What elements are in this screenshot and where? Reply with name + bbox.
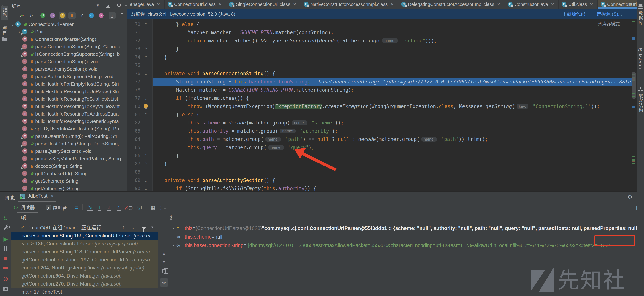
gutter-line-80[interactable]: 80 [127, 102, 152, 110]
code-line-79[interactable]: 79⌄ if (!matcher.matches()) { [127, 94, 636, 102]
gutter-line-79[interactable]: 79⌄ [127, 94, 152, 102]
line-number[interactable]: 78 [127, 87, 140, 92]
structure-item-splitByUserInfoAndHostInfo[interactable]: msplitByUserInfoAndHostInfo(String): Pa [8, 125, 127, 132]
remove-watch-icon[interactable]: — [158, 240, 170, 246]
line-number[interactable]: 70 [127, 22, 140, 27]
line-number[interactable]: 73 [127, 46, 140, 52]
structure-item-parseUserInfo[interactable]: m◆parseUserInfo(String): Pair<String, St… [8, 132, 127, 140]
debug-session-tab[interactable]: JdbcTest ✕ [20, 193, 54, 199]
evaluate-expression-icon[interactable]: ▦ [148, 204, 157, 212]
show-objects-icon[interactable]: o [88, 12, 95, 19]
tab-console[interactable]: ❯ 控制台 [42, 204, 71, 212]
screenshot-icon[interactable] [0, 286, 11, 292]
gutter-line-77[interactable]: 77 [127, 78, 152, 86]
move-watch-down-icon[interactable]: ▼ [158, 260, 170, 264]
choose-sources-link[interactable]: 选择源 (S)... [596, 10, 622, 17]
force-step-into-icon[interactable]: ↓ [105, 204, 114, 212]
code-line-85[interactable]: 85 this.query = matcher.group(name: "que… [127, 143, 636, 152]
resume-icon[interactable]: ▶ [0, 236, 11, 242]
code-line-75[interactable]: 75 [127, 61, 636, 70]
gutter-line-73[interactable]: 73⌃ [127, 45, 152, 53]
show-execution-point-icon[interactable]: ↘ [86, 204, 94, 212]
fold-marker-icon[interactable]: ⌃ [140, 161, 152, 166]
line-number[interactable]: 86 [127, 153, 140, 158]
intention-bulb-icon[interactable] [140, 104, 152, 109]
line-number[interactable]: 72 [127, 38, 140, 43]
code-line-74[interactable]: 74⌃ } [127, 53, 636, 61]
thread-selector[interactable]: ✓ "main"@1 在组 "main": 正在运行 ↑ ↓ ▾ [11, 223, 158, 232]
editor-scrollbar[interactable] [632, 8, 636, 191]
structure-item-parseConnectionString[interactable]: mparseConnectionString(): void [8, 58, 127, 65]
structure-item-parseConnectionString[interactable]: m◆parseConnectionString(String): Connec [8, 43, 127, 50]
frame-row[interactable]: getConnectionUrlInstance:197, Connection… [11, 256, 158, 264]
structure-item-parseAuthoritySegment[interactable]: mparseAuthoritySegment(String): void [8, 73, 127, 80]
line-number[interactable]: 82 [127, 120, 140, 126]
structure-item-Pair[interactable]: ›C◆Pair [8, 28, 127, 36]
line-number[interactable]: 80 [127, 104, 140, 109]
close-tab-icon[interactable]: ✕ [497, 2, 500, 7]
frame-row[interactable]: getConnection:664, DriverManager (java.s… [11, 272, 158, 280]
gutter-line-84[interactable]: 84 [127, 135, 152, 143]
code-line-89[interactable]: 89⌄ private void parseAuthoritySection()… [127, 176, 636, 184]
gutter-line-87[interactable]: 87⌃ [127, 160, 152, 168]
tab-constructor-java[interactable]: CConstructor.java✕ [505, 0, 559, 8]
code-line-87[interactable]: 87⌃ } [127, 160, 636, 168]
sidebar-item-structure[interactable]: 结构 [1, 6, 8, 20]
tab-anager-java[interactable]: anager.java✕ [127, 0, 164, 8]
sort-alphabetically-icon[interactable]: ↓ᵃ₂ [28, 12, 35, 19]
filter-frames-icon[interactable] [142, 225, 146, 231]
sidebar-item-project[interactable]: 项目 [1, 26, 8, 41]
line-number[interactable]: 89 [127, 178, 140, 183]
autoscroll-to-source-icon[interactable]: ↑ [109, 12, 116, 19]
layout-settings-icon[interactable]: ≡ [73, 204, 80, 212]
fold-marker-icon[interactable]: ⌃ [140, 112, 152, 117]
tab-singleconnectionurl-class[interactable]: CSingleConnectionUrl.class✕ [226, 0, 301, 8]
tool-button-maven[interactable]: m Maven [637, 46, 644, 69]
trace-settings-icon[interactable]: ⋮≡ [158, 204, 167, 212]
move-watch-up-icon[interactable]: ▲ [158, 252, 170, 256]
code-line-90[interactable]: 90⌄ if (StringUtils.isNullOrEmpty(this.a… [127, 184, 636, 191]
code-line-84[interactable]: 84 this.path = matcher.group(name: "path… [127, 135, 636, 143]
structure-item-processKeyValuePattern[interactable]: mprocessKeyValuePattern(Pattern, String [8, 155, 127, 162]
fold-marker-icon[interactable]: ⌃ [140, 22, 152, 27]
download-sources-link[interactable]: 下载源代码 [562, 10, 586, 17]
fold-marker-icon[interactable]: ⌃ [140, 54, 152, 60]
frame-row[interactable]: <init>:136, ConnectionUrlParser (com.mys… [11, 240, 158, 248]
structure-item-parseAuthoritySection[interactable]: mparseAuthoritySection(): void [8, 65, 127, 73]
line-number[interactable]: 76 [127, 71, 140, 76]
tree-chevron-icon[interactable]: ⌄ [10, 22, 16, 26]
frame-row[interactable]: main:17, JdbcTest [11, 288, 158, 296]
close-tab-icon[interactable]: ✕ [218, 2, 222, 7]
show-non-public-icon[interactable] [68, 12, 76, 19]
structure-item-buildHostInfoResortingToKeyValueSynt[interactable]: mbuildHostInfoResortingToKeyValueSynt [8, 103, 127, 110]
gutter-line-78[interactable]: 78 [127, 86, 152, 94]
structure-item-buildHostInfoResortingToSubHostsList[interactable]: mbuildHostInfoResortingToSubHostsList [8, 95, 127, 103]
gutter-line-81[interactable]: 81⌃ [127, 110, 152, 119]
show-inherited-icon[interactable]: ↺ [39, 12, 46, 19]
close-tab-icon[interactable]: ✕ [156, 2, 160, 7]
tree-chevron-icon[interactable]: › [170, 226, 176, 231]
line-number[interactable]: 90 [127, 186, 140, 191]
run-to-cursor-icon[interactable]: ↘I [134, 204, 144, 212]
fold-marker-icon[interactable]: ⌄ [140, 96, 152, 101]
line-number[interactable]: 87 [127, 161, 140, 166]
gutter-line-89[interactable]: 89⌄ [127, 176, 152, 184]
stop-icon[interactable]: ■ [0, 255, 11, 262]
variable-row-this-baseConnectionString[interactable]: ›∞this.baseConnectionString = "jdbc:mysq… [170, 241, 644, 250]
line-number[interactable]: 81 [127, 112, 140, 117]
gutter-line-71[interactable]: 71 [127, 28, 152, 36]
hide-panel-icon[interactable]: — [124, 2, 127, 8]
show-properties-icon[interactable]: p [49, 12, 56, 19]
close-session-icon[interactable]: ✕ [50, 194, 54, 199]
code-line-70[interactable]: 70⌃ } else { [127, 20, 636, 28]
tab-nativeconstructoraccessorimpl-class[interactable]: CNativeConstructorAccessorImpl.class✕ [301, 0, 398, 8]
frame-row[interactable]: parseConnectionString:118, ConnectionUrl… [11, 248, 158, 256]
tab-connectionurl-class[interactable]: CConnectionUrl.class✕ [164, 0, 226, 8]
line-number[interactable]: 71 [127, 30, 140, 35]
structure-item-getScheme[interactable]: mgetScheme(): String [8, 177, 127, 185]
scrollbar-thumb[interactable] [632, 72, 636, 99]
collapse-all-icon[interactable]: ▲ [105, 2, 112, 8]
build-wrench-icon[interactable] [0, 225, 11, 232]
window-layout-icon[interactable] [2, 2, 6, 6]
line-number[interactable]: 79 [127, 96, 140, 101]
